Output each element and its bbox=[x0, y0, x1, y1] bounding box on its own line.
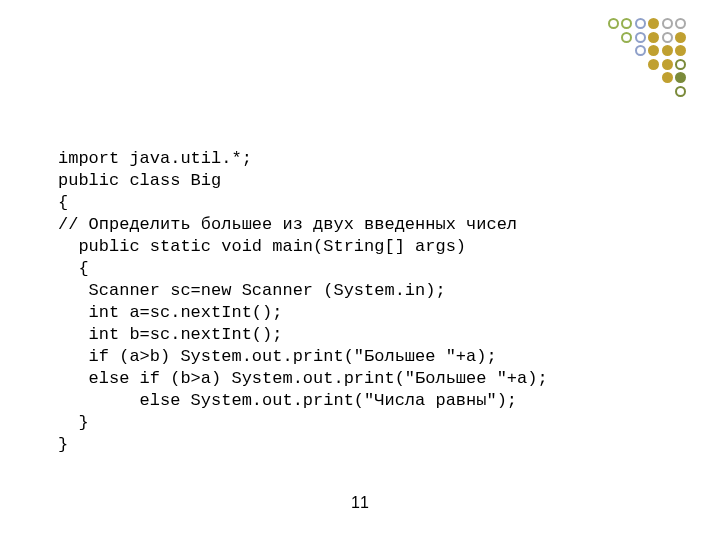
dot-icon bbox=[662, 18, 673, 29]
dot-icon bbox=[675, 59, 686, 70]
dot-icon bbox=[675, 18, 686, 29]
code-line: int b=sc.nextInt(); bbox=[58, 325, 282, 344]
code-line: Scanner sc=new Scanner (System.in); bbox=[58, 281, 446, 300]
code-line: if (a>b) System.out.print("Большее "+a); bbox=[58, 347, 497, 366]
dot-icon bbox=[635, 45, 646, 56]
code-line: } bbox=[58, 435, 68, 454]
dot-icon bbox=[621, 18, 632, 29]
dot-icon bbox=[635, 32, 646, 43]
code-line: import java.util.*; bbox=[58, 149, 252, 168]
code-line: { bbox=[58, 193, 68, 212]
code-line: public class Big bbox=[58, 171, 221, 190]
page-number: 11 bbox=[351, 494, 369, 512]
dot-icon bbox=[608, 18, 619, 29]
dot-icon bbox=[648, 18, 659, 29]
code-line: // Определить большее из двух введенных … bbox=[58, 215, 517, 234]
dot-icon bbox=[662, 45, 673, 56]
code-line: else System.out.print("Числа равны"); bbox=[58, 391, 517, 410]
dot-icon bbox=[621, 32, 632, 43]
code-line: public static void main(String[] args) bbox=[58, 237, 466, 256]
corner-dots-decoration bbox=[608, 18, 687, 99]
dot-icon bbox=[675, 72, 686, 83]
dot-icon bbox=[675, 45, 686, 56]
dot-icon bbox=[648, 32, 659, 43]
dot-icon bbox=[662, 32, 673, 43]
code-block: import java.util.*; public class Big { /… bbox=[58, 148, 548, 456]
dot-icon bbox=[675, 32, 686, 43]
dot-icon bbox=[635, 18, 646, 29]
code-line: int a=sc.nextInt(); bbox=[58, 303, 282, 322]
code-line: } bbox=[58, 413, 89, 432]
dot-icon bbox=[648, 59, 659, 70]
slide: import java.util.*; public class Big { /… bbox=[0, 0, 720, 540]
dot-icon bbox=[675, 86, 686, 97]
code-line: else if (b>a) System.out.print("Большее … bbox=[58, 369, 548, 388]
dot-icon bbox=[662, 59, 673, 70]
dot-icon bbox=[648, 45, 659, 56]
dot-icon bbox=[662, 72, 673, 83]
code-line: { bbox=[58, 259, 89, 278]
